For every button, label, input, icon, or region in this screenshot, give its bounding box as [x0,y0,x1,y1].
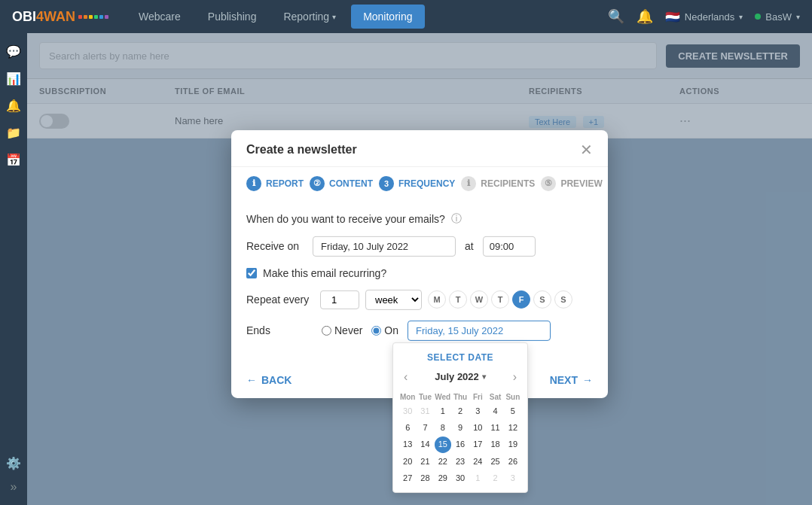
logo[interactable]: OBI 4WAN [12,9,108,25]
repeat-unit-select[interactable]: week day month [365,289,422,309]
day-thu[interactable]: T [491,291,509,309]
cal-day-5[interactable]: 5 [505,403,521,418]
close-button[interactable]: ✕ [580,141,593,157]
cal-day-24[interactable]: 24 [469,454,486,470]
cal-day-20[interactable]: 20 [399,454,416,470]
dot-purple [105,15,108,19]
repeat-number-input[interactable] [320,290,359,309]
sidebar-item-expand[interactable]: » [2,475,26,499]
cal-day-14[interactable]: 14 [417,437,433,452]
cal-day-3-aug[interactable]: 3 [505,470,521,486]
language-label: Nederlands [685,11,735,23]
cal-day-7[interactable]: 7 [417,420,433,436]
step-recipients[interactable]: ℹ RECIPIENTS [461,175,535,190]
cal-day-11[interactable]: 11 [487,420,503,436]
logo-4wan: 4WAN [36,9,75,25]
never-label: Never [334,324,362,336]
search-icon[interactable]: 🔍 [608,8,624,25]
main-content: Search alerts by name here CREATE NEWSLE… [27,33,812,505]
cal-day-9[interactable]: 9 [452,420,469,436]
sidebar-item-chat[interactable]: 💬 [2,39,26,63]
nav-webcare[interactable]: Webcare [127,5,193,29]
step-report[interactable]: ℹ REPORT [246,175,304,190]
cal-day-18[interactable]: 18 [487,437,503,452]
cal-day-22[interactable]: 22 [435,454,451,470]
day-fri[interactable]: F [512,291,530,309]
ends-never-option[interactable]: Never [322,324,362,336]
sidebar-item-bell[interactable]: 🔔 [2,93,26,117]
calendar-select-label[interactable]: SELECT DATE [399,348,521,368]
cal-day-2[interactable]: 2 [452,403,469,418]
logo-obi: OBI [12,9,36,25]
sidebar-item-folder[interactable]: 📁 [2,120,26,145]
step-preview[interactable]: ⑤ PREVIEW [541,175,602,190]
cal-day-1-aug[interactable]: 1 [469,470,486,486]
sidebar-item-settings[interactable]: ⚙️ [2,451,26,475]
step-label-1: REPORT [266,178,304,188]
step-circle-2: ② [310,175,325,190]
user-menu[interactable]: BasW ▾ [755,11,800,23]
cal-day-25[interactable]: 25 [487,454,503,470]
step-frequency[interactable]: 3 FREQUENCY [379,175,455,190]
sidebar-item-chart[interactable]: 📊 [2,66,26,90]
cal-day-21[interactable]: 21 [417,454,433,470]
nav-monitoring[interactable]: Monitoring [351,5,424,29]
recurring-checkbox[interactable] [246,267,257,278]
cal-day-10[interactable]: 10 [469,420,486,436]
cal-day-13[interactable]: 13 [399,437,416,452]
cal-day-26[interactable]: 26 [505,454,521,470]
next-button[interactable]: NEXT → [550,373,593,385]
cal-day-3[interactable]: 3 [469,403,486,418]
calendar-prev-button[interactable]: ‹ [399,368,412,385]
language-selector[interactable]: 🇳🇱 Nederlands ▾ [665,10,743,24]
bell-icon[interactable]: 🔔 [636,8,653,25]
cal-day-28[interactable]: 28 [417,470,433,486]
info-icon[interactable]: ⓘ [451,211,462,225]
nav-publishing[interactable]: Publishing [196,5,269,29]
cal-day-17[interactable]: 17 [469,437,486,452]
day-wed[interactable]: W [470,291,488,309]
cal-day-15[interactable]: 15 [435,437,451,452]
calendar-dropdown-icon[interactable]: ▾ [482,373,486,381]
cal-day-2-aug[interactable]: 2 [487,470,503,486]
cal-day-8[interactable]: 8 [435,420,451,436]
cal-day-30[interactable]: 30 [452,470,469,486]
cal-day-4[interactable]: 4 [487,403,503,418]
receive-date-input[interactable] [313,236,456,256]
receive-on-row: Receive on at [246,236,593,256]
cal-day-29[interactable]: 29 [435,470,451,486]
cal-day-30-jun[interactable]: 30 [399,403,416,418]
cal-day-19[interactable]: 19 [505,437,521,452]
never-radio[interactable] [322,325,331,335]
repeat-label: Repeat every [246,294,314,306]
day-mon[interactable]: M [428,291,446,309]
ends-date-wrapper: SELECT DATE ‹ July 2022 ▾ › [408,320,551,340]
receive-time-input[interactable] [483,236,536,256]
cal-day-6[interactable]: 6 [399,420,416,436]
cal-day-1[interactable]: 1 [435,403,451,418]
main-layout: 💬 📊 🔔 📁 📅 ⚙️ » Search alerts by name her… [0,33,812,505]
step-content[interactable]: ② CONTENT [310,175,373,190]
day-buttons: M T W T F S S [428,291,572,309]
ends-on-option[interactable]: On [371,324,398,336]
cal-day-12[interactable]: 12 [505,420,521,436]
nav-reporting[interactable]: Reporting ▾ [271,5,348,29]
day-sat[interactable]: S [533,291,551,309]
cal-day-27[interactable]: 27 [399,470,416,486]
back-button[interactable]: ← BACK [246,373,292,385]
sidebar: 💬 📊 🔔 📁 📅 ⚙️ » [0,33,27,505]
cal-day-31-jun[interactable]: 31 [417,403,433,418]
modal-body: When do you want to receive your emails?… [231,199,608,364]
day-tue[interactable]: T [449,291,467,309]
flag-icon: 🇳🇱 [665,10,680,24]
cal-day-23[interactable]: 23 [452,454,469,470]
calendar-next-button[interactable]: › [508,368,521,385]
day-sun[interactable]: S [554,291,572,309]
sidebar-item-calendar[interactable]: 📅 [2,148,26,172]
cal-day-16[interactable]: 16 [452,437,469,452]
recurring-row: Make this email recurring? [246,266,593,278]
logo-dots [78,15,108,19]
ends-date-input[interactable] [408,320,551,340]
on-radio[interactable] [371,325,381,335]
create-newsletter-modal: Create a newsletter ✕ ℹ REPORT ② CONTENT… [231,129,608,397]
